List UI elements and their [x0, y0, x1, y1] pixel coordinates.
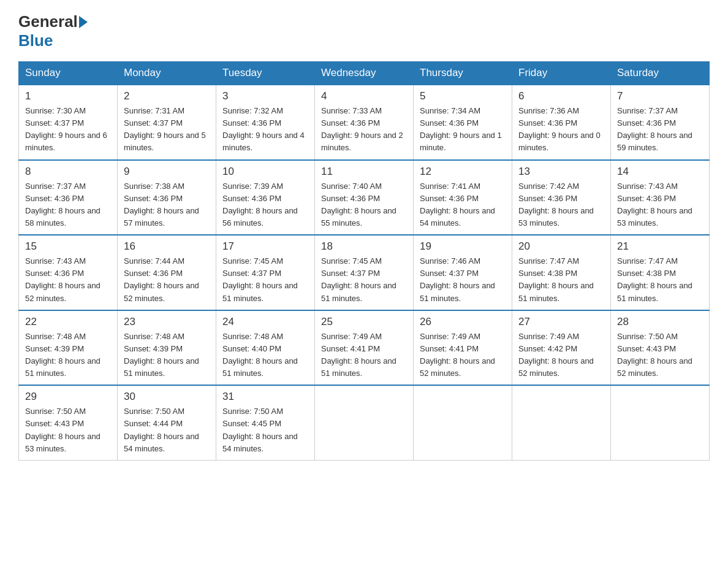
day-number: 31: [222, 391, 308, 403]
day-info: Sunrise: 7:46 AMSunset: 4:37 PMDaylight:…: [420, 255, 506, 305]
day-number: 9: [124, 166, 210, 178]
calendar-week-row: 8Sunrise: 7:37 AMSunset: 4:36 PMDaylight…: [19, 160, 710, 236]
day-info: Sunrise: 7:49 AMSunset: 4:41 PMDaylight:…: [321, 331, 407, 380]
day-info: Sunrise: 7:48 AMSunset: 4:39 PMDaylight:…: [124, 331, 210, 380]
calendar-cell: 4Sunrise: 7:33 AMSunset: 4:36 PMDaylight…: [315, 85, 414, 160]
calendar-cell: 10Sunrise: 7:39 AMSunset: 4:36 PMDayligh…: [216, 160, 315, 236]
calendar-cell: 23Sunrise: 7:48 AMSunset: 4:39 PMDayligh…: [118, 310, 216, 386]
day-info: Sunrise: 7:47 AMSunset: 4:38 PMDaylight:…: [518, 255, 604, 305]
day-info: Sunrise: 7:50 AMSunset: 4:43 PMDaylight:…: [617, 331, 703, 380]
day-info: Sunrise: 7:40 AMSunset: 4:36 PMDaylight:…: [321, 180, 407, 230]
day-number: 1: [25, 90, 111, 102]
calendar-cell: [315, 385, 414, 460]
logo-blue-text: Blue: [18, 31, 53, 50]
day-info: Sunrise: 7:43 AMSunset: 4:36 PMDaylight:…: [617, 180, 703, 230]
calendar-cell: 6Sunrise: 7:36 AMSunset: 4:36 PMDaylight…: [512, 85, 611, 160]
calendar-week-row: 1Sunrise: 7:30 AMSunset: 4:37 PMDaylight…: [19, 85, 710, 160]
day-number: 21: [617, 240, 703, 253]
day-info: Sunrise: 7:45 AMSunset: 4:37 PMDaylight:…: [222, 255, 308, 305]
logo: General Blue: [18, 12, 89, 50]
day-info: Sunrise: 7:45 AMSunset: 4:37 PMDaylight:…: [321, 255, 407, 305]
calendar-cell: 21Sunrise: 7:47 AMSunset: 4:38 PMDayligh…: [611, 235, 710, 310]
day-info: Sunrise: 7:49 AMSunset: 4:42 PMDaylight:…: [518, 331, 604, 380]
day-number: 26: [420, 316, 506, 328]
day-info: Sunrise: 7:42 AMSunset: 4:36 PMDaylight:…: [518, 180, 604, 230]
calendar-cell: 20Sunrise: 7:47 AMSunset: 4:38 PMDayligh…: [512, 235, 611, 310]
calendar-cell: 3Sunrise: 7:32 AMSunset: 4:36 PMDaylight…: [216, 85, 315, 160]
calendar-cell: 29Sunrise: 7:50 AMSunset: 4:43 PMDayligh…: [19, 385, 118, 460]
weekday-header-thursday: Thursday: [414, 62, 512, 85]
day-number: 17: [222, 240, 308, 253]
day-number: 10: [222, 166, 308, 178]
day-number: 18: [321, 240, 407, 253]
day-number: 4: [321, 90, 407, 102]
day-info: Sunrise: 7:33 AMSunset: 4:36 PMDaylight:…: [321, 105, 407, 155]
weekday-header-saturday: Saturday: [611, 62, 710, 85]
calendar-cell: 31Sunrise: 7:50 AMSunset: 4:45 PMDayligh…: [216, 385, 315, 460]
weekday-header-sunday: Sunday: [19, 62, 118, 85]
calendar-week-row: 29Sunrise: 7:50 AMSunset: 4:43 PMDayligh…: [19, 385, 710, 460]
calendar-week-row: 22Sunrise: 7:48 AMSunset: 4:39 PMDayligh…: [19, 310, 710, 386]
day-info: Sunrise: 7:50 AMSunset: 4:43 PMDaylight:…: [25, 405, 111, 455]
day-number: 6: [518, 90, 604, 102]
weekday-header-tuesday: Tuesday: [216, 62, 315, 85]
weekday-header-wednesday: Wednesday: [315, 62, 414, 85]
calendar-cell: 27Sunrise: 7:49 AMSunset: 4:42 PMDayligh…: [512, 310, 611, 386]
logo-triangle-icon: [79, 16, 88, 28]
day-number: 13: [518, 166, 604, 178]
day-info: Sunrise: 7:37 AMSunset: 4:36 PMDaylight:…: [25, 180, 111, 230]
day-info: Sunrise: 7:38 AMSunset: 4:36 PMDaylight:…: [124, 180, 210, 230]
calendar-cell: [414, 385, 512, 460]
calendar-cell: 9Sunrise: 7:38 AMSunset: 4:36 PMDaylight…: [118, 160, 216, 236]
calendar-cell: 2Sunrise: 7:31 AMSunset: 4:37 PMDaylight…: [118, 85, 216, 160]
day-info: Sunrise: 7:32 AMSunset: 4:36 PMDaylight:…: [222, 105, 308, 155]
day-info: Sunrise: 7:41 AMSunset: 4:36 PMDaylight:…: [420, 180, 506, 230]
day-number: 25: [321, 316, 407, 328]
calendar-cell: 5Sunrise: 7:34 AMSunset: 4:36 PMDaylight…: [414, 85, 512, 160]
day-number: 23: [124, 316, 210, 328]
day-info: Sunrise: 7:47 AMSunset: 4:38 PMDaylight:…: [617, 255, 703, 305]
calendar-cell: 19Sunrise: 7:46 AMSunset: 4:37 PMDayligh…: [414, 235, 512, 310]
day-number: 20: [518, 240, 604, 253]
calendar-cell: 25Sunrise: 7:49 AMSunset: 4:41 PMDayligh…: [315, 310, 414, 386]
day-number: 16: [124, 240, 210, 253]
calendar-cell: 16Sunrise: 7:44 AMSunset: 4:36 PMDayligh…: [118, 235, 216, 310]
calendar-cell: 26Sunrise: 7:49 AMSunset: 4:41 PMDayligh…: [414, 310, 512, 386]
calendar-cell: [512, 385, 611, 460]
day-number: 14: [617, 166, 703, 178]
day-number: 5: [420, 90, 506, 102]
logo-general-text: General: [18, 12, 78, 31]
day-info: Sunrise: 7:48 AMSunset: 4:39 PMDaylight:…: [25, 331, 111, 380]
day-number: 2: [124, 90, 210, 102]
day-info: Sunrise: 7:44 AMSunset: 4:36 PMDaylight:…: [124, 255, 210, 305]
day-number: 27: [518, 316, 604, 328]
calendar-cell: 22Sunrise: 7:48 AMSunset: 4:39 PMDayligh…: [19, 310, 118, 386]
day-info: Sunrise: 7:48 AMSunset: 4:40 PMDaylight:…: [222, 331, 308, 380]
day-number: 15: [25, 240, 111, 253]
calendar-cell: [611, 385, 710, 460]
calendar-cell: 30Sunrise: 7:50 AMSunset: 4:44 PMDayligh…: [118, 385, 216, 460]
calendar-table: SundayMondayTuesdayWednesdayThursdayFrid…: [18, 61, 710, 461]
day-info: Sunrise: 7:31 AMSunset: 4:37 PMDaylight:…: [124, 105, 210, 155]
day-number: 11: [321, 166, 407, 178]
calendar-cell: 17Sunrise: 7:45 AMSunset: 4:37 PMDayligh…: [216, 235, 315, 310]
calendar-week-row: 15Sunrise: 7:43 AMSunset: 4:36 PMDayligh…: [19, 235, 710, 310]
calendar-cell: 15Sunrise: 7:43 AMSunset: 4:36 PMDayligh…: [19, 235, 118, 310]
calendar-cell: 14Sunrise: 7:43 AMSunset: 4:36 PMDayligh…: [611, 160, 710, 236]
calendar-cell: 28Sunrise: 7:50 AMSunset: 4:43 PMDayligh…: [611, 310, 710, 386]
page-header: General Blue: [18, 12, 710, 50]
day-info: Sunrise: 7:43 AMSunset: 4:36 PMDaylight:…: [25, 255, 111, 305]
weekday-header-monday: Monday: [118, 62, 216, 85]
day-info: Sunrise: 7:36 AMSunset: 4:36 PMDaylight:…: [518, 105, 604, 155]
calendar-cell: 24Sunrise: 7:48 AMSunset: 4:40 PMDayligh…: [216, 310, 315, 386]
day-number: 22: [25, 316, 111, 328]
weekday-header-row: SundayMondayTuesdayWednesdayThursdayFrid…: [19, 62, 710, 85]
day-info: Sunrise: 7:49 AMSunset: 4:41 PMDaylight:…: [420, 331, 506, 380]
day-info: Sunrise: 7:50 AMSunset: 4:45 PMDaylight:…: [222, 405, 308, 455]
weekday-header-friday: Friday: [512, 62, 611, 85]
day-number: 12: [420, 166, 506, 178]
day-number: 29: [25, 391, 111, 403]
day-info: Sunrise: 7:50 AMSunset: 4:44 PMDaylight:…: [124, 405, 210, 455]
day-number: 7: [617, 90, 703, 102]
day-info: Sunrise: 7:39 AMSunset: 4:36 PMDaylight:…: [222, 180, 308, 230]
